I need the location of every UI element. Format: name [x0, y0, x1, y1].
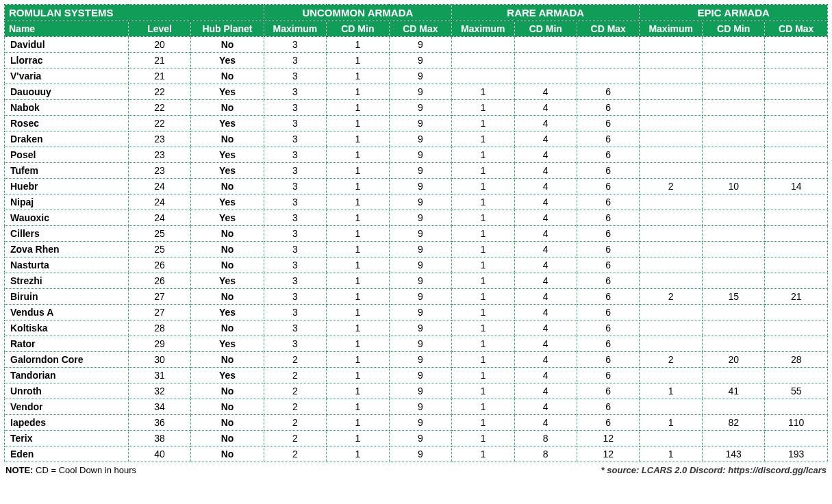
- cell-name: Vendus A: [5, 305, 129, 320]
- cell-u-cdmax: 9: [389, 383, 451, 399]
- cell-r-cdmax: 6: [577, 100, 639, 116]
- cell-u-cdmax: 9: [389, 53, 451, 68]
- cell-level: 24: [128, 210, 190, 226]
- cell-e-cdmin: [702, 131, 764, 147]
- cell-e-cdmin: [702, 336, 764, 352]
- cell-e-max: [640, 147, 702, 163]
- cell-r-cdmax: 6: [577, 210, 639, 226]
- cell-e-cdmin: [702, 257, 764, 273]
- header-group-row: ROMULAN SYSTEMS UNCOMMON ARMADA RARE ARM…: [5, 5, 828, 21]
- cell-e-max: [640, 320, 702, 336]
- cell-name: Biruin: [5, 289, 129, 305]
- table-row: Wauoxic24Yes319146: [5, 210, 828, 226]
- table-row: Vendus A27Yes319146: [5, 305, 828, 320]
- cell-hub: No: [191, 431, 264, 446]
- cell-e-cdmin: [702, 37, 764, 53]
- cell-r-max: 1: [452, 305, 514, 320]
- cell-r-cdmin: 4: [514, 415, 577, 431]
- cell-r-cdmin: 4: [514, 305, 577, 320]
- cell-hub: No: [191, 415, 264, 431]
- cell-r-max: 1: [452, 194, 514, 210]
- cell-u-cdmax: 9: [389, 179, 451, 194]
- cell-u-cdmax: 9: [389, 194, 451, 210]
- cell-hub: No: [191, 100, 264, 116]
- cell-r-cdmax: 6: [577, 226, 639, 242]
- cell-e-cdmax: [765, 37, 828, 53]
- cell-level: 22: [128, 116, 190, 131]
- cell-u-cdmax: 9: [389, 446, 451, 462]
- cell-u-cdmin: 1: [327, 352, 389, 368]
- cell-u-max: 3: [264, 131, 326, 147]
- cell-level: 38: [128, 431, 190, 446]
- cell-u-max: 2: [264, 383, 326, 399]
- table-row: Zova Rhen25No319146: [5, 242, 828, 257]
- cell-level: 25: [128, 226, 190, 242]
- cell-e-cdmax: 21: [765, 289, 828, 305]
- cell-e-max: 1: [640, 383, 702, 399]
- cell-r-cdmin: [514, 68, 577, 84]
- cell-name: Galorndon Core: [5, 352, 129, 368]
- cell-u-max: 3: [264, 84, 326, 100]
- cell-e-cdmax: [765, 84, 828, 100]
- cell-e-cdmax: [765, 226, 828, 242]
- cell-r-max: 1: [452, 100, 514, 116]
- table-row: Llorrac21Yes319: [5, 53, 828, 68]
- group-uncommon: UNCOMMON ARMADA: [264, 5, 451, 21]
- cell-hub: No: [191, 383, 264, 399]
- table-row: Davidul20No319: [5, 37, 828, 53]
- cell-r-max: 1: [452, 131, 514, 147]
- table-row: Tandorian31Yes219146: [5, 368, 828, 383]
- cell-hub: Yes: [191, 194, 264, 210]
- cell-name: Nabok: [5, 100, 129, 116]
- cell-name: Posel: [5, 147, 129, 163]
- cell-e-max: [640, 131, 702, 147]
- table-row: Rosec22Yes319146: [5, 116, 828, 131]
- table-row: Tufem23Yes319146: [5, 163, 828, 179]
- cell-r-cdmax: 6: [577, 336, 639, 352]
- cell-u-max: 3: [264, 273, 326, 289]
- cell-hub: Yes: [191, 305, 264, 320]
- table-row: Cillers25No319146: [5, 226, 828, 242]
- cell-e-max: [640, 37, 702, 53]
- cell-e-max: [640, 431, 702, 446]
- cell-r-max: 1: [452, 399, 514, 415]
- cell-e-cdmin: [702, 431, 764, 446]
- cell-e-max: [640, 226, 702, 242]
- col-r-cdmin: CD Min: [514, 21, 577, 37]
- cell-e-cdmin: 82: [702, 415, 764, 431]
- cell-name: Cillers: [5, 226, 129, 242]
- cell-r-cdmin: 4: [514, 399, 577, 415]
- footer-source: * source: LCARS 2.0 Discord: https://dis…: [601, 465, 827, 475]
- table-row: Biruin27No31914621521: [5, 289, 828, 305]
- cell-r-cdmin: 4: [514, 242, 577, 257]
- cell-r-max: 1: [452, 289, 514, 305]
- col-u-cdmin: CD Min: [327, 21, 389, 37]
- cell-r-cdmin: [514, 53, 577, 68]
- table-row: Rator29Yes319146: [5, 336, 828, 352]
- cell-u-cdmin: 1: [327, 415, 389, 431]
- cell-e-max: [640, 100, 702, 116]
- col-name: Name: [5, 21, 129, 37]
- cell-hub: Yes: [191, 53, 264, 68]
- cell-level: 25: [128, 242, 190, 257]
- cell-name: Rator: [5, 336, 129, 352]
- cell-e-max: [640, 399, 702, 415]
- cell-hub: No: [191, 131, 264, 147]
- cell-name: Nasturta: [5, 257, 129, 273]
- table-row: Posel23Yes319146: [5, 147, 828, 163]
- header-sub-row: Name Level Hub Planet Maximum CD Min CD …: [5, 21, 828, 37]
- cell-hub: No: [191, 320, 264, 336]
- cell-e-cdmin: 10: [702, 179, 764, 194]
- cell-level: 27: [128, 305, 190, 320]
- col-hub: Hub Planet: [191, 21, 264, 37]
- cell-level: 34: [128, 399, 190, 415]
- table-row: Nipaj24Yes319146: [5, 194, 828, 210]
- cell-level: 22: [128, 100, 190, 116]
- cell-hub: No: [191, 289, 264, 305]
- cell-e-cdmax: [765, 368, 828, 383]
- cell-e-cdmax: [765, 257, 828, 273]
- cell-r-cdmax: 6: [577, 194, 639, 210]
- cell-name: Huebr: [5, 179, 129, 194]
- cell-u-cdmin: 1: [327, 305, 389, 320]
- cell-u-cdmax: 9: [389, 147, 451, 163]
